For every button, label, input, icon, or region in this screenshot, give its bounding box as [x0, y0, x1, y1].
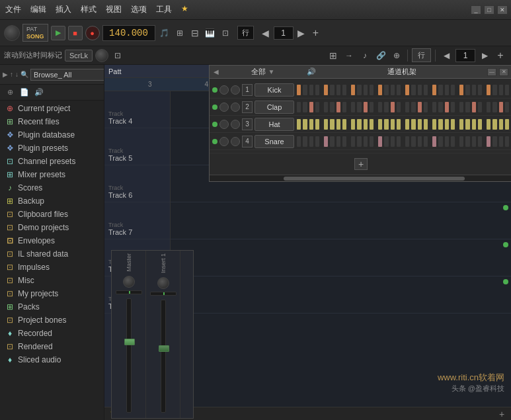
beat-step-snare-28[interactable]	[486, 136, 491, 147]
playlist-icon[interactable]: ⊞	[173, 26, 186, 40]
beat-all-dropdown[interactable]: 全部 ▼	[221, 67, 304, 77]
beat-step-clap-28[interactable]	[486, 101, 491, 113]
sidebar-snap-icon[interactable]: ⊕	[4, 87, 16, 99]
beat-step-clap-0[interactable]	[296, 101, 301, 113]
beat-step-kick-23[interactable]	[450, 84, 455, 96]
sidebar-item-current-project[interactable]: ⊕ Current project	[0, 102, 104, 115]
beat-step-kick-27[interactable]	[477, 84, 483, 96]
beat-step-hat-14[interactable]	[390, 118, 395, 130]
mixer-master-fader[interactable]	[124, 339, 135, 345]
beat-step-kick-21[interactable]	[438, 84, 443, 96]
mixer-insert1-pan[interactable]	[150, 292, 177, 296]
beat-step-hat-21[interactable]	[438, 118, 443, 130]
beat-step-kick-20[interactable]	[432, 84, 437, 96]
next-button[interactable]: ▶	[295, 26, 308, 40]
beat-mute-clap-1[interactable]	[231, 103, 240, 112]
beat-step-snare-19[interactable]	[423, 136, 428, 147]
beat-step-hat-7[interactable]	[342, 118, 347, 130]
sidebar-item-my-projects[interactable]: ⊡ My projects	[0, 287, 104, 300]
beat-speaker-icon[interactable]: 🔊	[307, 67, 316, 76]
sidebar-item-sliced-audio[interactable]: ♦ Sliced audio	[0, 353, 104, 366]
beat-step-kick-14[interactable]	[390, 84, 395, 96]
beat-step-hat-9[interactable]	[356, 118, 362, 130]
beat-step-snare-0[interactable]	[296, 136, 301, 147]
pat-song-selector[interactable]: PAT SONG	[22, 24, 48, 42]
menu-tools[interactable]: 工具	[154, 3, 174, 17]
beat-step-kick-13[interactable]	[383, 84, 389, 96]
beat-step-snare-5[interactable]	[329, 136, 334, 147]
beat-step-hat-3[interactable]	[315, 118, 320, 130]
stop-button[interactable]: ■	[68, 26, 83, 40]
sidebar-item-channel-presets[interactable]: ⊡ Channel presets	[0, 155, 104, 168]
beat-step-snare-12[interactable]	[377, 136, 383, 147]
next-row-button[interactable]: ▶	[478, 49, 491, 62]
play-button[interactable]: ▶	[51, 26, 65, 40]
sidebar-item-impulses[interactable]: ⊡ Impulses	[0, 261, 104, 274]
beat-step-kick-4[interactable]	[323, 84, 329, 96]
beat-step-kick-16[interactable]	[405, 84, 410, 96]
beat-step-snare-4[interactable]	[323, 136, 329, 147]
beat-step-snare-14[interactable]	[390, 136, 395, 147]
beat-step-clap-14[interactable]	[390, 101, 395, 113]
beat-step-kick-31[interactable]	[504, 84, 510, 96]
beat-step-clap-9[interactable]	[356, 101, 362, 113]
sidebar-item-project-bones[interactable]: ⊡ Project bones	[0, 314, 104, 327]
beat-step-hat-17[interactable]	[411, 118, 416, 130]
step-seq-icon[interactable]: ⊟	[188, 26, 202, 40]
beat-step-clap-12[interactable]	[377, 101, 383, 113]
beat-mute-kick-1[interactable]	[231, 85, 240, 95]
sidebar-item-plugin-database[interactable]: ❖ Plugin database	[0, 128, 104, 142]
beat-step-snare-8[interactable]	[350, 136, 356, 147]
beat-step-kick-5[interactable]	[329, 84, 334, 96]
sidebar-item-envelopes[interactable]: ⊡ Envelopes	[0, 234, 104, 247]
beat-mute-kick-0[interactable]	[219, 85, 229, 95]
maximize-button[interactable]: □	[484, 5, 494, 15]
beat-close[interactable]: ✕	[499, 68, 508, 76]
beat-step-hat-13[interactable]	[383, 118, 389, 130]
menu-style[interactable]: 样式	[79, 3, 98, 17]
beat-step-hat-15[interactable]	[396, 118, 401, 130]
beat-step-hat-5[interactable]	[329, 118, 334, 130]
beat-step-snare-16[interactable]	[405, 136, 410, 147]
beat-step-kick-29[interactable]	[492, 84, 497, 96]
beat-step-clap-30[interactable]	[498, 101, 504, 113]
beat-step-snare-31[interactable]	[504, 136, 510, 147]
beat-mute-hat-0[interactable]	[219, 120, 229, 129]
beat-step-hat-30[interactable]	[498, 118, 504, 130]
beat-step-clap-26[interactable]	[471, 101, 477, 113]
beat-step-kick-30[interactable]	[498, 84, 504, 96]
stamp-icon[interactable]: ⊕	[390, 49, 403, 62]
snap-icon[interactable]: ⊡	[111, 49, 124, 62]
sidebar-item-scores[interactable]: ♪ Scores	[0, 181, 104, 194]
beat-step-snare-29[interactable]	[492, 136, 497, 147]
link-icon[interactable]: 🔗	[374, 49, 387, 62]
add-row-button[interactable]: +	[494, 49, 507, 62]
beat-step-snare-7[interactable]	[342, 136, 347, 147]
beat-step-kick-10[interactable]	[363, 84, 368, 96]
menu-bar[interactable]: 文件 编辑 插入 样式 视图 选项 工具 ★	[3, 3, 190, 17]
sidebar-item-recorded[interactable]: ♦ Recorded	[0, 327, 104, 340]
sidebar-up-button[interactable]: ↑	[10, 69, 13, 80]
beat-step-snare-27[interactable]	[477, 136, 483, 147]
beat-step-snare-20[interactable]	[432, 136, 437, 147]
mixer-master-knob[interactable]	[123, 276, 135, 288]
beat-mute-snare-1[interactable]	[231, 137, 240, 146]
beat-step-kick-28[interactable]	[486, 84, 491, 96]
sidebar-item-packs[interactable]: ⊞ Packs	[0, 300, 104, 314]
beat-step-snare-10[interactable]	[363, 136, 368, 147]
bb-add-button[interactable]: +	[496, 409, 507, 419]
beat-step-clap-5[interactable]	[329, 101, 334, 113]
beat-name-btn-clap[interactable]: Clap	[255, 101, 294, 114]
beat-step-clap-17[interactable]	[411, 101, 416, 113]
beat-mute-hat-1[interactable]	[231, 120, 240, 129]
beat-step-snare-18[interactable]	[417, 136, 422, 147]
sidebar-item-recent-files[interactable]: ⊞ Recent files	[0, 115, 104, 128]
beat-step-clap-3[interactable]	[315, 101, 320, 113]
beat-step-clap-25[interactable]	[465, 101, 470, 113]
beat-step-clap-1[interactable]	[302, 101, 307, 113]
beat-step-snare-23[interactable]	[450, 136, 455, 147]
beat-step-snare-6[interactable]	[336, 136, 341, 147]
beat-step-snare-2[interactable]	[309, 136, 314, 147]
bpm-display[interactable]: 140.000	[102, 25, 155, 41]
beat-step-snare-15[interactable]	[396, 136, 401, 147]
